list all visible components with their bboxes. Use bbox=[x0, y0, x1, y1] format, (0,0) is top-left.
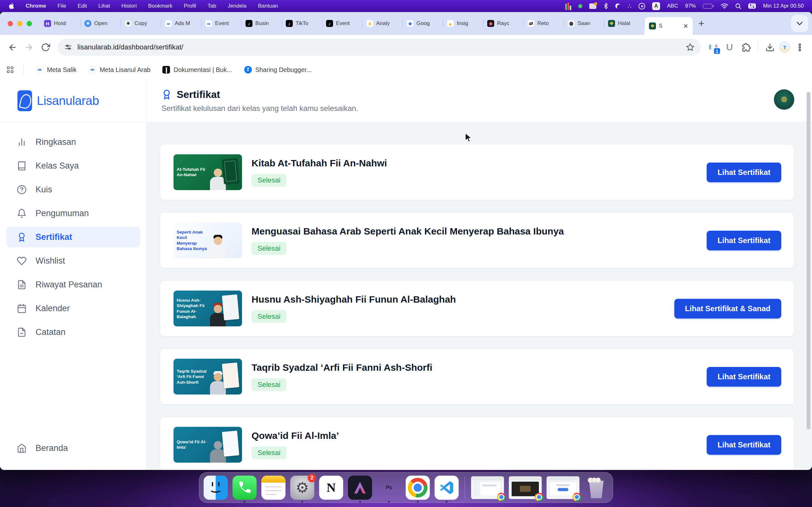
back-button[interactable] bbox=[5, 40, 20, 55]
address-bar[interactable]: lisanularab.id/dashboard/sertifikat/ bbox=[58, 39, 701, 56]
sidebar-item-kalender[interactable]: Kalender bbox=[6, 298, 140, 319]
screen-mirroring-icon[interactable] bbox=[589, 2, 596, 10]
wifi-icon[interactable] bbox=[721, 2, 728, 10]
dock-minimized-window-2[interactable] bbox=[509, 476, 542, 499]
menu-tab[interactable]: Tab bbox=[207, 3, 216, 9]
profile-avatar[interactable]: T bbox=[779, 42, 791, 53]
course-thumbnail[interactable]: Qowa’id Fii Al-Imla’ bbox=[173, 427, 242, 463]
course-thumbnail[interactable]: Seperti Anak Kecil Menyerap Bahasa Ibuny… bbox=[173, 222, 242, 258]
downloads-button[interactable] bbox=[763, 40, 777, 55]
new-tab-button[interactable]: + bbox=[699, 19, 704, 29]
input-source-label[interactable]: ABC bbox=[667, 3, 678, 9]
user-avatar[interactable]: ❁ bbox=[774, 89, 794, 110]
url-text[interactable]: lisanularab.id/dashboard/sertifikat/ bbox=[78, 43, 183, 51]
dock-vscode-icon[interactable] bbox=[435, 475, 459, 500]
browser-tab[interactable]: ılAnaly bbox=[362, 12, 403, 35]
dock-arc-icon[interactable] bbox=[348, 475, 372, 500]
dock-minimized-window-3[interactable] bbox=[547, 476, 579, 499]
close-window-button[interactable] bbox=[8, 21, 13, 26]
dock-notes-icon[interactable] bbox=[261, 475, 286, 500]
apple-menu-icon[interactable] bbox=[8, 2, 14, 10]
view-certificate-button[interactable]: Lihat Sertifikat bbox=[707, 367, 781, 387]
browser-tab[interactable]: ∞Ads M bbox=[161, 12, 201, 35]
battery-icon[interactable] bbox=[703, 2, 714, 10]
control-center-icon[interactable] bbox=[748, 2, 756, 10]
sidebar-item-ringkasan[interactable]: Ringkasan bbox=[6, 131, 140, 153]
tab-search-chevron-button[interactable] bbox=[791, 15, 808, 32]
stats-menu-icon[interactable] bbox=[565, 2, 571, 10]
dock-system-settings-icon[interactable]: ⚙2 bbox=[290, 475, 314, 500]
browser-tab[interactable]: ♪Busin bbox=[242, 12, 282, 35]
course-thumbnail[interactable]: Husnu Ash-Shiyaghah Fii Funun Al-Balagha… bbox=[173, 291, 242, 326]
signal-extension-icon[interactable]: 1 bbox=[706, 40, 720, 55]
menu-bookmark[interactable]: Bookmark bbox=[148, 3, 172, 9]
tab-close-icon[interactable]: ✕ bbox=[683, 23, 688, 29]
bookmark-item[interactable]: ❙Dokumentasi | Buk... bbox=[162, 66, 232, 73]
menu-bar-clock[interactable]: Min 12 Apr 00.50 bbox=[763, 3, 804, 9]
menu-history[interactable]: Histori bbox=[121, 3, 137, 9]
dock-chrome-icon[interactable] bbox=[406, 475, 430, 500]
menu-file[interactable]: File bbox=[57, 3, 66, 9]
sidebar-item-pengumuman[interactable]: Pengumuman bbox=[6, 203, 140, 224]
dock-notion-icon[interactable]: N bbox=[319, 475, 343, 500]
bookmark-star-icon[interactable] bbox=[686, 43, 694, 51]
brand-header[interactable]: Lisanularab bbox=[0, 80, 147, 122]
sidebar-item-beranda[interactable]: Beranda bbox=[6, 438, 140, 458]
menu-view[interactable]: Lihat bbox=[98, 3, 110, 9]
menu-profile[interactable]: Profil bbox=[184, 3, 196, 9]
browser-tab[interactable]: ◍Saan bbox=[564, 12, 604, 35]
view-certificate-button[interactable]: Lihat Sertifikat & Sanad bbox=[674, 299, 781, 319]
dock-minimized-window-1[interactable] bbox=[471, 476, 504, 499]
bookmark-item[interactable]: ∞Meta Lisanul Arab bbox=[89, 66, 150, 73]
browser-tab[interactable]: ❖Halal bbox=[604, 12, 645, 35]
browser-tab[interactable]: ♪Event bbox=[322, 12, 362, 35]
menu-edit[interactable]: Edit bbox=[78, 3, 87, 9]
reload-button[interactable] bbox=[38, 40, 53, 55]
browser-menu-button[interactable] bbox=[792, 40, 807, 55]
focus-moon-icon[interactable] bbox=[615, 2, 620, 10]
browser-tab[interactable]: ◆Goog bbox=[403, 12, 443, 35]
dock-trash-icon[interactable] bbox=[584, 475, 608, 500]
page-scrollbar[interactable] bbox=[807, 92, 810, 429]
extensions-puzzle-icon[interactable] bbox=[739, 40, 753, 55]
status-green-dot-icon[interactable] bbox=[578, 2, 582, 10]
forward-button[interactable] bbox=[21, 40, 36, 55]
menu-app-name[interactable]: Chrome bbox=[26, 3, 46, 9]
dock-finder-icon[interactable] bbox=[204, 475, 228, 500]
browser-tab[interactable]: ∞Event bbox=[201, 12, 242, 35]
view-certificate-button[interactable]: Lihat Sertifikat bbox=[707, 231, 781, 250]
browser-tab[interactable]: ✳Copy bbox=[121, 12, 161, 35]
site-settings-icon[interactable] bbox=[64, 43, 72, 51]
browser-tab[interactable]: ▲Insig bbox=[443, 12, 484, 35]
dock-whatsapp-icon[interactable] bbox=[233, 475, 257, 500]
browser-tab[interactable]: ♪TikTo bbox=[282, 12, 322, 35]
input-source-icon[interactable]: A bbox=[652, 2, 660, 10]
browser-tab[interactable]: ⇄Reto bbox=[524, 12, 564, 35]
u-extension-icon[interactable]: U bbox=[722, 40, 737, 55]
course-thumbnail[interactable]: Taqrib Syadzal ‘Arfi Fii Fanni Ash-Shorf… bbox=[173, 359, 242, 395]
browser-tab[interactable]: ◆Rayc bbox=[484, 12, 524, 35]
dock-photoshop-icon[interactable]: Ps bbox=[377, 475, 401, 500]
view-certificate-button[interactable]: Lihat Sertifikat bbox=[707, 435, 781, 455]
menu-help[interactable]: Bantuan bbox=[258, 3, 278, 9]
minimize-window-button[interactable] bbox=[17, 21, 22, 26]
dots-utility-icon[interactable]: ∴ bbox=[627, 2, 631, 10]
menu-window[interactable]: Jendela bbox=[228, 3, 247, 9]
sidebar-item-kuis[interactable]: Kuis bbox=[6, 179, 140, 200]
browser-tab-active[interactable]: ❖S✕ bbox=[645, 17, 693, 35]
bookmark-item[interactable]: ∞Meta Salik bbox=[36, 66, 77, 73]
sidebar-item-sertifikat[interactable]: Sertifikat bbox=[6, 227, 140, 247]
play-circle-icon[interactable] bbox=[639, 2, 645, 10]
view-certificate-button[interactable]: Lihat Sertifikat bbox=[707, 163, 781, 182]
bookmark-item[interactable]: fSharing Debugger... bbox=[244, 66, 312, 73]
apps-grid-icon[interactable] bbox=[7, 66, 13, 73]
browser-tab[interactable]: ✳Open bbox=[81, 12, 121, 35]
sidebar-item-riwayat-pesanan[interactable]: Riwayat Pesanan bbox=[6, 274, 140, 295]
browser-tab[interactable]: HHosti bbox=[40, 12, 81, 35]
zoom-window-button[interactable] bbox=[27, 21, 32, 26]
spotlight-search-icon[interactable] bbox=[735, 2, 741, 10]
sidebar-item-wishlist[interactable]: Wishlist bbox=[6, 250, 140, 271]
sidebar-item-catatan[interactable]: Catatan bbox=[6, 322, 140, 343]
sidebar-item-kelas-saya[interactable]: Kelas Saya bbox=[6, 155, 140, 176]
bluetooth-icon[interactable] bbox=[603, 2, 608, 10]
